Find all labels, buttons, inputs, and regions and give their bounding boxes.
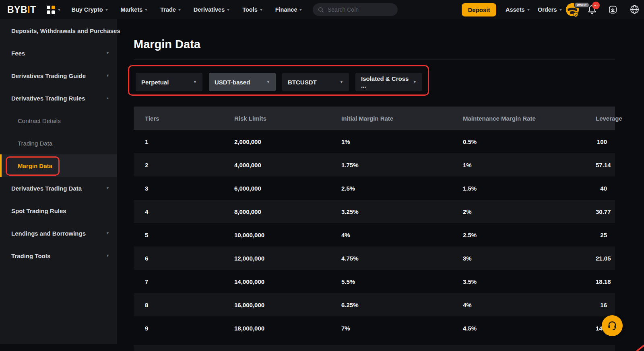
table-row: 12,000,0001%0.5%100 [134, 130, 615, 153]
apps-grid-icon [47, 6, 55, 14]
cell-initial-margin-rate: 6.25% [341, 302, 463, 308]
nav-item-derivatives[interactable]: Derivatives▼ [194, 6, 230, 13]
chevron-down-icon: ▼ [106, 231, 109, 235]
cell-maintenance-margin-rate: 0.5% [463, 138, 596, 145]
table-row: 510,000,0004%2.5%25 [134, 223, 615, 246]
table-row: 612,000,0004.75%3%21.05 [134, 246, 615, 270]
sidebar-item-derivatives-trading-data[interactable]: Derivatives Trading Data▼ [0, 177, 117, 199]
table-row: 24,000,0001.75%1%57.14 [134, 153, 615, 177]
table-row: 816,000,0006.25%4%16 [134, 293, 615, 316]
page-title: Margin Data [134, 38, 200, 51]
sidebar-item-derivatives-trading-guide[interactable]: Derivatives Trading Guide▼ [0, 64, 117, 87]
assets-label: Assets [506, 6, 525, 13]
support-headset-button[interactable] [602, 315, 623, 336]
cell-tiers: 9 [134, 325, 234, 332]
nav-item-label: Finance [275, 6, 297, 13]
cell-tiers: 6 [134, 255, 234, 262]
cell-risk-limits: 10,000,000 [234, 232, 341, 238]
cell-initial-margin-rate: 1% [341, 138, 463, 145]
assets-dropdown[interactable]: Assets ▼ [506, 0, 530, 19]
title-divider [134, 59, 615, 60]
cell-initial-margin-rate: 4% [341, 232, 463, 238]
column-header-tiers: Tiers [134, 115, 234, 122]
cell-maintenance-margin-rate: 3.5% [463, 278, 596, 285]
coin-search[interactable] [313, 3, 398, 16]
search-icon [318, 7, 324, 13]
sidebar-item-margin-data[interactable]: Margin Data [0, 154, 117, 177]
chevron-down-icon: ▼ [178, 8, 182, 12]
cell-maintenance-margin-rate: 1% [463, 162, 596, 168]
orders-dropdown[interactable]: Orders ▼ [538, 0, 562, 19]
top-navbar: BYBIT ▼ Buy Crypto▼Markets▼Trade▼Derivat… [0, 0, 644, 19]
sidebar-item-label: Trading Data [18, 140, 52, 147]
cell-tiers: 4 [134, 208, 234, 215]
chevron-down-icon: ▼ [106, 254, 109, 258]
cell-risk-limits: 8,000,000 [234, 208, 341, 215]
filter-dropdown-btcusdt[interactable]: BTCUSDT▼ [282, 73, 349, 91]
sidebar-item-label: Trading Tools [11, 252, 50, 259]
cell-maintenance-margin-rate: 4% [463, 302, 596, 308]
table-row: 36,000,0002.5%1.5%40 [134, 177, 615, 200]
sidebar-item-trading-data[interactable]: Trading Data [0, 132, 117, 154]
nav-item-finance[interactable]: Finance▼ [275, 6, 303, 13]
apps-menu-button[interactable]: ▼ [47, 6, 61, 14]
notification-count-badge[interactable]: ··· [592, 2, 600, 9]
chevron-down-icon: ▼ [526, 8, 530, 12]
language-button[interactable] [630, 5, 639, 16]
nav-item-buy-crypto[interactable]: Buy Crypto▼ [71, 6, 108, 13]
cell-risk-limits: 2,000,000 [234, 138, 341, 145]
logo-accent: I [27, 4, 30, 15]
cell-leverage: 21.05 [596, 255, 619, 262]
sidebar-item-derivatives-trading-rules[interactable]: Derivatives Trading Rules▲ [0, 87, 117, 109]
column-header-initial-margin-rate: Initial Margin Rate [341, 115, 463, 122]
search-input[interactable] [328, 6, 388, 13]
sidebar-item-fees[interactable]: Fees▼ [0, 42, 117, 64]
cell-tiers: 2 [134, 162, 234, 168]
sidebar-item-label: Contract Details [18, 117, 61, 124]
nav-item-tools[interactable]: Tools▼ [242, 6, 263, 13]
filter-dropdown-usdt-based[interactable]: USDT-based▼ [209, 73, 276, 91]
sidebar-item-deposits-withdrawals-and-purchases[interactable]: Deposits, Withdrawals and Purchases▼ [0, 19, 117, 42]
logo-text: BYB [7, 4, 27, 15]
sidebar-item-label: Derivatives Trading Data [11, 185, 82, 192]
table-row-partial [134, 345, 615, 351]
chevron-down-icon: ▼ [340, 80, 343, 84]
deposit-button[interactable]: Deposit [462, 3, 496, 16]
cell-maintenance-margin-rate: 2.5% [463, 232, 596, 238]
nav-item-markets[interactable]: Markets▼ [121, 6, 148, 13]
chevron-down-icon: ▼ [106, 186, 109, 190]
sidebar-item-label: Lendings and Borrowings [11, 230, 86, 237]
sidebar-item-label: Spot Trading Rules [11, 207, 66, 214]
cell-maintenance-margin-rate: 3% [463, 255, 596, 262]
column-header-leverage: Leverage [596, 115, 630, 122]
sidebar-item-trading-tools[interactable]: Trading Tools▼ [0, 244, 117, 267]
filter-dropdown-isolated-cross[interactable]: Isolated & Cross ...▼ [355, 73, 422, 91]
filter-dropdown-perpetual[interactable]: Perpetual▼ [136, 73, 202, 91]
sidebar-item-contract-details[interactable]: Contract Details [0, 109, 117, 132]
annotation-corner-mark [635, 345, 644, 351]
cell-leverage: 40 [596, 185, 615, 192]
chevron-up-icon: ▲ [106, 96, 109, 100]
cell-leverage: 25 [596, 232, 615, 238]
nav-item-label: Markets [121, 6, 143, 13]
orders-label: Orders [538, 6, 557, 13]
sidebar-item-lendings-and-borrowings[interactable]: Lendings and Borrowings▼ [0, 222, 117, 244]
nav-item-label: Buy Crypto [71, 6, 103, 13]
cell-initial-margin-rate: 3.25% [341, 208, 463, 215]
table-header-row: TiersRisk LimitsInitial Margin RateMaint… [134, 107, 615, 130]
cell-leverage: 18.18 [596, 278, 619, 285]
sidebar-item-label: Deposits, Withdrawals and Purchases [11, 27, 120, 34]
download-app-button[interactable] [609, 5, 617, 16]
nav-item-trade[interactable]: Trade▼ [160, 6, 181, 13]
margin-tiers-table: TiersRisk LimitsInitial Margin RateMaint… [134, 107, 615, 340]
bybit-margin-data-page: { "nav": { "logo": { "text_before": "BYB… [0, 0, 644, 351]
cell-leverage: 57.14 [596, 162, 619, 168]
cell-maintenance-margin-rate: 4.5% [463, 325, 596, 332]
chevron-down-icon: ▼ [559, 8, 563, 12]
sidebar-item-label: Margin Data [18, 162, 52, 169]
cell-risk-limits: 6,000,000 [234, 185, 341, 192]
cell-maintenance-margin-rate: 2% [463, 208, 596, 215]
bybit-logo[interactable]: BYBIT [7, 4, 36, 15]
sidebar-item-spot-trading-rules[interactable]: Spot Trading Rules [0, 199, 117, 222]
cell-initial-margin-rate: 2.5% [341, 185, 463, 192]
